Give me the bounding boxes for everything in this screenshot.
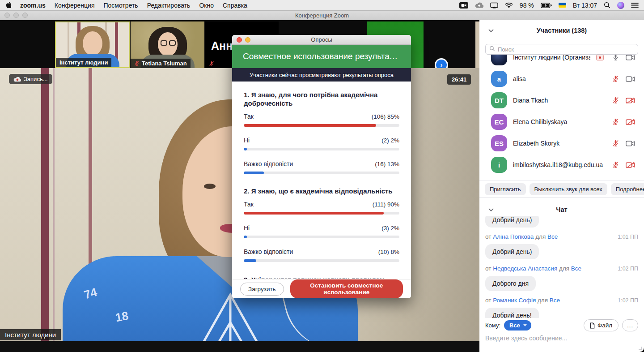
resize-handle[interactable] [639, 347, 642, 350]
invite-button[interactable]: Пригласить [485, 183, 526, 195]
participant-name: imbiloshytska.il18@kubg.edu.ua [513, 161, 606, 168]
participant-name: Elizabeth Skoryk [513, 140, 606, 147]
participant-row-host[interactable]: Інститут людини (Организатор, я) [479, 55, 644, 68]
video-tile-partial[interactable] [475, 21, 479, 68]
participants-actions: Пригласить Выключить звук для всех Подро… [479, 180, 644, 197]
poll-option-result: (3) 2% [381, 225, 399, 232]
collapse-participants-chevron-icon[interactable] [488, 26, 494, 34]
video-tile-name-label: Tetiana Tsiuman [131, 59, 191, 68]
poll-bar-track [244, 236, 399, 238]
chat-timestamp: 1:02 ПП [618, 266, 638, 272]
poll-option-result: (111) 90% [373, 201, 399, 208]
poll-bar-fill [244, 236, 247, 238]
apple-menu-icon[interactable] [5, 2, 11, 9]
glasses-decoration [161, 40, 176, 46]
mic-status-icon [612, 118, 619, 125]
menu-item-window[interactable]: Окно [199, 2, 214, 9]
chat-message-list[interactable]: Добрий день) от Аліна Попкова для Все 1:… [479, 216, 644, 318]
menu-item-conference[interactable]: Конференция [55, 2, 95, 9]
dialog-close-button[interactable] [237, 37, 242, 43]
recording-badge[interactable]: Запись... [9, 74, 52, 84]
dialog-minimize-button[interactable] [245, 37, 250, 43]
to-label: Кому: [485, 322, 500, 329]
chat-timestamp: 1:01 ПП [618, 234, 638, 240]
poll-bar-track [244, 259, 399, 262]
collapse-chat-chevron-icon[interactable] [488, 206, 494, 214]
chat-bubble-clipped: Добрий день) [485, 216, 539, 228]
participant-row[interactable]: i imbiloshytska.il18@kubg.edu.ua [479, 154, 644, 176]
polls-dialog-titlebar[interactable]: Опросы [232, 35, 411, 45]
poll-status-bar: Участники сейчас просматривают результат… [232, 68, 411, 82]
participant-row[interactable]: ES Elizabeth Skoryk [479, 133, 644, 154]
participants-search-box[interactable] [485, 44, 638, 55]
chat-message-header: от Аліна Попкова для Все 1:01 ПП [485, 233, 638, 240]
poll-bar-fill [244, 148, 247, 150]
window-title: Конференция Zoom [295, 12, 349, 19]
polls-dialog: Опросы Совместное использование результа… [232, 35, 411, 298]
chat-recipient: Все [550, 297, 560, 304]
poll-option-label: Так [244, 113, 254, 120]
menu-app-name[interactable]: zoom.us [20, 2, 46, 9]
menu-item-edit[interactable]: Редактировать [147, 2, 191, 9]
participant-row[interactable]: EC Elena Chilibiyskaya [479, 111, 644, 133]
poll-option: Так (111) 90% [244, 201, 399, 215]
mute-all-button[interactable]: Выключить звук для всех [530, 183, 607, 195]
poll-option-label: Важко відповісти [244, 248, 293, 255]
poll-bar-fill [244, 212, 384, 215]
poll-option-result: (16) 13% [375, 161, 399, 167]
chat-more-button[interactable]: ... [622, 319, 638, 331]
video-tile-instytut[interactable]: Інститут людини [55, 21, 130, 68]
mic-status-icon [612, 55, 619, 61]
mic-status-icon [612, 140, 619, 147]
macos-menu-bar: zoom.us Конференция Посмотреть Редактиро… [0, 0, 644, 11]
participant-row[interactable]: DT Diana Tkach [479, 90, 644, 111]
poll-option-result: (10) 8% [378, 249, 399, 255]
battery-percent-label: 98 % [520, 2, 534, 9]
polls-dialog-title: Опросы [311, 36, 332, 43]
screen-mirroring-icon[interactable] [490, 2, 498, 9]
chat-bubble: Доброго дня [485, 276, 536, 291]
menu-item-view[interactable]: Посмотреть [103, 2, 138, 9]
chat-compose-bar: Кому: Все Файл ... [479, 319, 644, 331]
chat-message-input[interactable] [485, 335, 637, 342]
ukraine-flag-icon[interactable] [559, 3, 566, 8]
chat-message-header: от Недведська Анастасия для Все 1:02 ПП [485, 265, 638, 272]
participants-list[interactable]: Інститут людини (Организатор, я) a alisa [479, 55, 644, 176]
zoom-camera-icon[interactable] [459, 2, 468, 9]
camera-status-icon [626, 76, 635, 82]
video-tile-mic-status [205, 60, 218, 68]
poll-results-list[interactable]: 1. Я знаю, для чого потрібна академічна … [232, 82, 411, 279]
download-button[interactable]: Загрузить [240, 283, 284, 296]
chat-title: Чат [556, 206, 567, 213]
siri-icon[interactable] [617, 2, 624, 9]
wifi-icon[interactable] [505, 2, 513, 8]
participants-header: Участники (138) [479, 25, 644, 36]
file-button[interactable]: Файл [584, 319, 619, 331]
chat-sender-name: Аліна Попкова [493, 233, 534, 240]
list-menu-icon[interactable] [631, 2, 639, 8]
spotlight-search-icon[interactable] [604, 2, 610, 9]
cloud-recording-icon [13, 77, 21, 82]
camera-status-icon [626, 55, 635, 61]
participant-row[interactable]: a alisa [479, 68, 644, 90]
search-icon [489, 45, 495, 53]
menu-clock-label[interactable]: Вт 13:07 [573, 2, 597, 9]
stop-sharing-button[interactable]: Остановить совместное использование [290, 279, 403, 298]
more-button[interactable]: Подробнее [611, 183, 644, 195]
window-zoom-button[interactable] [22, 13, 28, 18]
search-input[interactable] [498, 46, 634, 53]
poll-option-result: (106) 85% [372, 113, 399, 120]
bottom-toolbar-strip [0, 341, 479, 352]
chat-sender-name: Романик Софія [493, 297, 536, 304]
poll-question-title: 2. Я знаю, що є академічна відповідальні… [244, 187, 399, 195]
document-icon [590, 322, 595, 329]
poll-bar-fill [244, 172, 264, 174]
window-close-button[interactable] [4, 13, 10, 18]
chat-timestamp: 1:02 ПП [618, 297, 638, 304]
video-tile-tetiana[interactable]: Tetiana Tsiuman [131, 21, 204, 68]
recipient-select[interactable]: Все [504, 320, 531, 331]
menu-item-help[interactable]: Справка [223, 2, 247, 9]
window-minimize-button[interactable] [13, 13, 19, 18]
avatar: a [491, 71, 507, 87]
cloud-upload-icon[interactable] [475, 2, 483, 8]
